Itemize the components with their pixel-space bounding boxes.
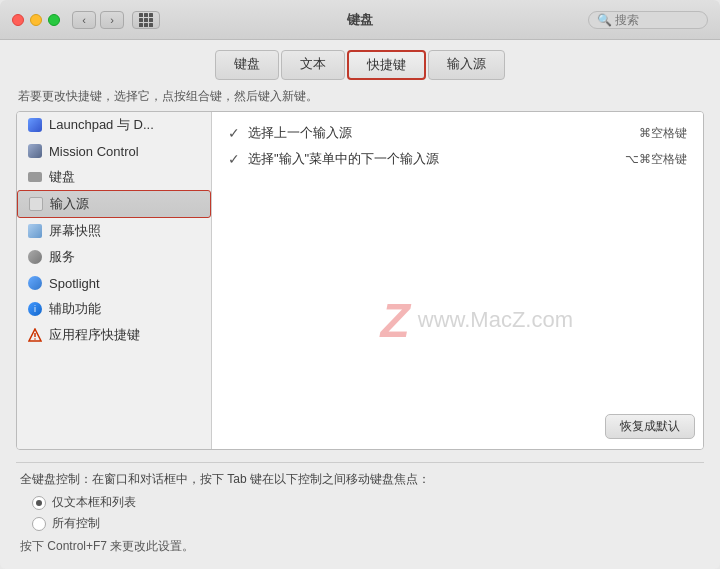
search-input[interactable] <box>615 13 705 27</box>
radio-text-only-label: 仅文本框和列表 <box>52 494 136 511</box>
tab-text[interactable]: 文本 <box>281 50 345 80</box>
shortcut-check-0[interactable]: ✓ <box>228 125 248 141</box>
services-icon <box>27 249 43 265</box>
radio-all-controls-label: 所有控制 <box>52 515 100 532</box>
shortcut-row-0: ✓ 选择上一个输入源 ⌘空格键 <box>212 120 703 146</box>
screenshot-icon <box>27 223 43 239</box>
shortcut-label-0: 选择上一个输入源 <box>248 124 639 142</box>
shortcut-key-0: ⌘空格键 <box>639 125 687 142</box>
shortcut-key-1: ⌥⌘空格键 <box>625 151 687 168</box>
restore-btn-row: 恢复成默认 <box>212 408 703 441</box>
sidebar-item-spotlight[interactable]: Spotlight <box>17 270 211 296</box>
tab-shortcuts[interactable]: 快捷键 <box>347 50 426 80</box>
grid-button[interactable] <box>132 11 160 29</box>
sidebar-item-launchpad[interactable]: Launchpad 与 D... <box>17 112 211 138</box>
forward-button[interactable]: › <box>100 11 124 29</box>
minimize-button[interactable] <box>30 14 42 26</box>
right-panel: ✓ 选择上一个输入源 ⌘空格键 ✓ 选择"输入"菜单中的下一个输入源 ⌥⌘空格键… <box>212 112 703 449</box>
maximize-button[interactable] <box>48 14 60 26</box>
spotlight-icon <box>27 275 43 291</box>
radio-group: 仅文本框和列表 所有控制 <box>32 494 700 532</box>
traffic-lights <box>12 14 60 26</box>
watermark-letter: Z <box>380 293 409 348</box>
svg-point-2 <box>34 338 36 340</box>
shortcut-row-1: ✓ 选择"输入"菜单中的下一个输入源 ⌥⌘空格键 <box>212 146 703 172</box>
radio-text-only-circle[interactable] <box>32 496 46 510</box>
nav-buttons: ‹ › <box>72 11 124 29</box>
hint-text: 若要更改快捷键，选择它，点按组合键，然后键入新键。 <box>16 80 704 111</box>
app-shortcuts-icon <box>27 327 43 343</box>
close-button[interactable] <box>12 14 24 26</box>
bottom-label: 全键盘控制：在窗口和对话框中，按下 Tab 键在以下控制之间移动键盘焦点： <box>20 471 700 488</box>
back-button[interactable]: ‹ <box>72 11 96 29</box>
tabs-row: 键盘 文本 快捷键 输入源 <box>0 40 720 80</box>
sidebar-item-input-source[interactable]: 输入源 <box>17 190 211 218</box>
main-panel: Launchpad 与 D... Mission Control 键盘 <box>16 111 704 450</box>
watermark: Z www.MacZ.com <box>380 293 573 348</box>
sidebar-item-mission[interactable]: Mission Control <box>17 138 211 164</box>
restore-button[interactable]: 恢复成默认 <box>605 414 695 439</box>
grid-icon <box>139 13 153 27</box>
search-box[interactable]: 🔍 <box>588 11 708 29</box>
watermark-text: www.MacZ.com <box>418 307 573 333</box>
content-area: 若要更改快捷键，选择它，点按组合键，然后键入新键。 Launchpad 与 D.… <box>0 80 720 569</box>
shortcut-label-1: 选择"输入"菜单中的下一个输入源 <box>248 150 625 168</box>
titlebar: ‹ › 键盘 🔍 <box>0 0 720 40</box>
radio-text-only[interactable]: 仅文本框和列表 <box>32 494 700 511</box>
radio-all-controls-circle[interactable] <box>32 517 46 531</box>
window-title: 键盘 <box>347 11 373 29</box>
sidebar-item-keyboard[interactable]: 键盘 <box>17 164 211 190</box>
sidebar-item-app-shortcuts[interactable]: 应用程序快捷键 <box>17 322 211 348</box>
sidebar: Launchpad 与 D... Mission Control 键盘 <box>17 112 212 449</box>
sidebar-item-accessibility[interactable]: i 辅助功能 <box>17 296 211 322</box>
tab-keyboard[interactable]: 键盘 <box>215 50 279 80</box>
accessibility-icon: i <box>27 301 43 317</box>
radio-all-controls[interactable]: 所有控制 <box>32 515 700 532</box>
sidebar-item-services[interactable]: 服务 <box>17 244 211 270</box>
main-window: ‹ › 键盘 🔍 键盘 文本 快捷键 输入源 <box>0 0 720 569</box>
mission-icon <box>27 143 43 159</box>
bottom-hint: 按下 Control+F7 来更改此设置。 <box>20 538 700 555</box>
shortcut-check-1[interactable]: ✓ <box>228 151 248 167</box>
sidebar-item-screenshot[interactable]: 屏幕快照 <box>17 218 211 244</box>
launchpad-icon <box>27 117 43 133</box>
bottom-section: 全键盘控制：在窗口和对话框中，按下 Tab 键在以下控制之间移动键盘焦点： 仅文… <box>16 462 704 559</box>
tab-input[interactable]: 输入源 <box>428 50 505 80</box>
input-source-icon <box>28 196 44 212</box>
keyboard-icon <box>27 169 43 185</box>
